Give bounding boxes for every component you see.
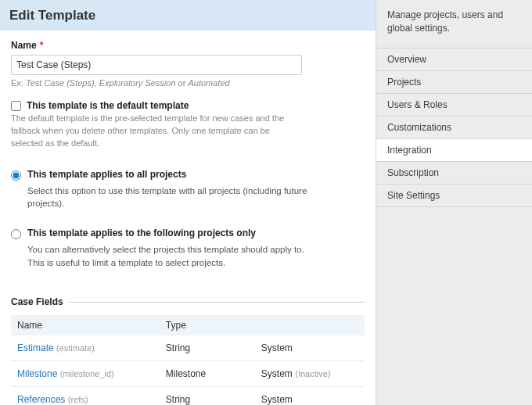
field-link[interactable]: Milestone xyxy=(17,368,57,379)
col-source xyxy=(255,315,365,335)
case-fields-table: Name Type Estimate (estimate)StringSyste… xyxy=(11,315,365,406)
scope-all-label: This template applies to all projects xyxy=(27,169,317,180)
table-row: References (refs)StringSystem xyxy=(11,386,365,405)
field-type: Milestone xyxy=(160,360,255,386)
name-label: Name xyxy=(11,40,37,51)
field-source: System xyxy=(255,386,365,405)
default-template-row: This template is the default template xyxy=(11,100,365,111)
sidebar-nav: OverviewProjectsUsers & RolesCustomizati… xyxy=(376,48,532,207)
sidebar-item[interactable]: Projects xyxy=(376,71,532,94)
default-template-label: This template is the default template xyxy=(27,100,189,111)
scope-all-desc: Select this option to use this template … xyxy=(27,185,317,210)
scope-radio-some[interactable] xyxy=(11,229,21,239)
sidebar-item[interactable]: Customizations xyxy=(376,116,532,139)
sidebar-item[interactable]: Integration xyxy=(376,139,532,162)
default-template-checkbox[interactable] xyxy=(11,101,21,111)
case-fields-legend: Case Fields xyxy=(11,296,365,307)
field-source: System (Inactive) xyxy=(255,360,365,386)
sidebar-title: Manage projects, users and global settin… xyxy=(376,0,532,48)
field-type: String xyxy=(160,335,255,361)
scope-option-some: This template applies to the following p… xyxy=(11,228,365,269)
required-marker: * xyxy=(40,40,44,51)
sidebar: Manage projects, users and global settin… xyxy=(376,0,532,405)
field-systemname: (refs) xyxy=(68,395,88,404)
sidebar-item[interactable]: Overview xyxy=(376,48,532,71)
page-title: Edit Template xyxy=(9,8,366,23)
field-type: String xyxy=(160,386,255,405)
table-row: Milestone (milestone_id)MilestoneSystem … xyxy=(11,360,365,386)
field-link[interactable]: Estimate xyxy=(17,342,54,353)
sidebar-item[interactable]: Subscription xyxy=(376,162,532,185)
table-row: Estimate (estimate)StringSystem xyxy=(11,335,365,361)
name-field: Name* Ex: Test Case (Steps), Exploratory… xyxy=(11,40,365,88)
field-source: System xyxy=(255,335,365,361)
sidebar-item[interactable]: Site Settings xyxy=(376,185,532,207)
col-type: Type xyxy=(160,315,255,335)
sidebar-item[interactable]: Users & Roles xyxy=(376,94,532,116)
field-link[interactable]: References xyxy=(17,394,65,405)
scope-some-label: This template applies to the following p… xyxy=(27,228,317,238)
scope-some-desc: You can alternatively select the project… xyxy=(27,243,317,269)
col-name: Name xyxy=(11,315,160,335)
name-input[interactable] xyxy=(11,55,302,75)
page-header: Edit Template xyxy=(0,0,376,30)
name-hint: Ex: Test Case (Steps), Exploratory Sessi… xyxy=(11,78,365,88)
case-fields-section: Case Fields Name Type Estimate (estimate… xyxy=(11,296,365,406)
scope-option-all: This template applies to all projects Se… xyxy=(11,169,365,210)
inactive-badge: (Inactive) xyxy=(295,369,330,378)
default-template-desc: The default template is the pre-selected… xyxy=(11,113,300,150)
field-systemname: (milestone_id) xyxy=(60,369,114,378)
scope-radio-all[interactable] xyxy=(11,170,21,181)
field-systemname: (estimate) xyxy=(56,343,95,353)
